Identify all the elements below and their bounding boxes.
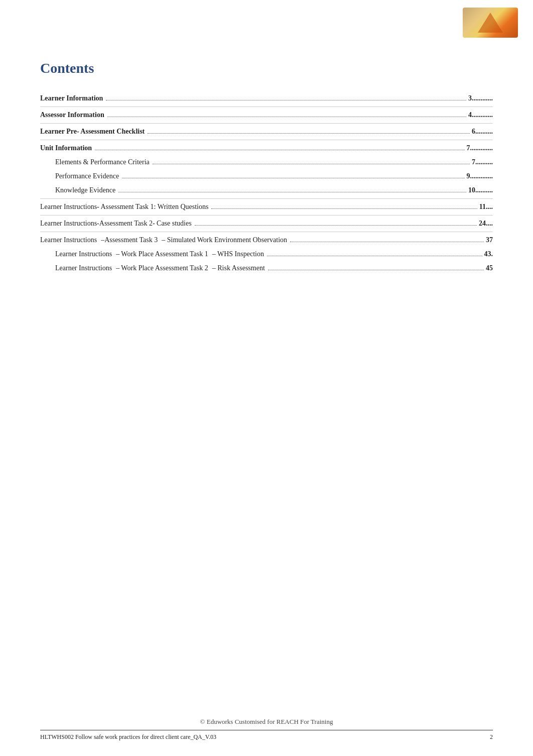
toc-page: 7.......... xyxy=(472,158,493,166)
toc-page: 10.......... xyxy=(468,186,493,194)
toc-page: 37 xyxy=(486,236,493,244)
toc-dots xyxy=(106,100,466,100)
toc-label: Knowledge Evidence xyxy=(55,186,115,194)
footer-bottom: HLTWHS002 Follow safe work practices for… xyxy=(40,733,493,741)
toc-entry-knowledge-evidence: Knowledge Evidence 10.......... xyxy=(40,183,493,197)
toc-label: Learner Instructions-Assessment Task 2- … xyxy=(40,220,192,228)
toc-page: 45 xyxy=(486,264,493,272)
toc-label-part2: –Assessment Task 3 xyxy=(101,236,158,244)
toc-label: Elements & Performance Criteria xyxy=(55,158,150,166)
toc-label-part3: – Risk Assessment xyxy=(212,264,265,272)
toc-entry-task5: Learner Instructions – Work Place Assess… xyxy=(40,261,493,275)
toc-dots xyxy=(153,164,470,164)
footer-doc-name: HLTWHS002 Follow safe work practices for… xyxy=(40,733,216,741)
toc-label-part1: Learner Instructions xyxy=(55,250,112,258)
divider xyxy=(40,215,493,215)
toc-page: 6.......... xyxy=(472,128,493,136)
toc-label-part1: Learner Instructions xyxy=(55,264,112,272)
toc-label: Unit Information xyxy=(40,144,92,152)
toc-page: 3............ xyxy=(468,94,493,102)
toc-dots xyxy=(268,270,484,270)
footer: © Eduworks Customised for REACH For Trai… xyxy=(40,718,493,741)
toc-dots xyxy=(107,117,466,117)
toc-page: 9............. xyxy=(467,172,493,180)
page: Contents Learner Information 3..........… xyxy=(0,0,533,756)
divider xyxy=(40,123,493,124)
toc-dots xyxy=(148,133,470,134)
company-logo xyxy=(463,8,518,38)
toc-page: 4............ xyxy=(468,111,493,119)
page-title: Contents xyxy=(40,60,493,76)
divider xyxy=(40,232,493,232)
toc-label: Performance Evidence xyxy=(55,172,119,180)
divider xyxy=(40,198,493,199)
toc-dots xyxy=(195,225,477,226)
toc-entry-elements: Elements & Performance Criteria 7.......… xyxy=(40,155,493,169)
toc-entry-task3: Learner Instructions –Assessment Task 3 … xyxy=(40,233,493,247)
footer-page-number: 2 xyxy=(490,733,493,741)
toc-dots xyxy=(122,178,464,178)
toc-dots xyxy=(118,192,466,192)
toc-label-part3: – Simulated Work Environment Observation xyxy=(162,236,287,244)
toc-entry-unit-information: Unit Information 7............. xyxy=(40,141,493,155)
divider xyxy=(40,140,493,140)
toc-label-part1: Learner Instructions xyxy=(40,236,97,244)
toc-dots xyxy=(267,256,482,256)
toc-entry-pre-assessment: Learner Pre- Assessment Checklist 6.....… xyxy=(40,125,493,139)
toc-entry-assessor-information: Assessor Information 4............ xyxy=(40,108,493,122)
toc-page: 7............. xyxy=(467,144,493,152)
toc-dots xyxy=(95,150,464,150)
toc-label: Learner Information xyxy=(40,94,103,102)
toc-entry-learner-information: Learner Information 3............ xyxy=(40,91,493,105)
toc-label: Learner Pre- Assessment Checklist xyxy=(40,128,145,136)
toc-dots xyxy=(211,208,477,209)
toc-entry-performance-evidence: Performance Evidence 9............. xyxy=(40,169,493,183)
toc-label: Assessor Information xyxy=(40,111,104,119)
footer-divider xyxy=(40,730,493,730)
divider xyxy=(40,106,493,107)
toc-page: 24.... xyxy=(479,220,493,228)
toc-label: Learner Instructions- Assessment Task 1:… xyxy=(40,203,208,211)
toc-page: 43. xyxy=(484,250,493,258)
toc-label-part2: – Work Place Assessment Task 2 xyxy=(116,264,208,272)
toc-label-part2: – Work Place Assessment Task 1 xyxy=(116,250,208,258)
toc-entry-task4: Learner Instructions – Work Place Assess… xyxy=(40,247,493,261)
toc-dots xyxy=(290,242,484,242)
logo-area xyxy=(458,5,518,40)
toc-entry-task1: Learner Instructions- Assessment Task 1:… xyxy=(40,200,493,214)
toc-label-part3: – WHS Inspection xyxy=(212,250,264,258)
footer-copyright: © Eduworks Customised for REACH For Trai… xyxy=(40,718,493,726)
toc-entry-task2: Learner Instructions-Assessment Task 2- … xyxy=(40,217,493,231)
toc-page: 11.... xyxy=(479,203,493,211)
table-of-contents: Learner Information 3............ Assess… xyxy=(40,91,493,275)
